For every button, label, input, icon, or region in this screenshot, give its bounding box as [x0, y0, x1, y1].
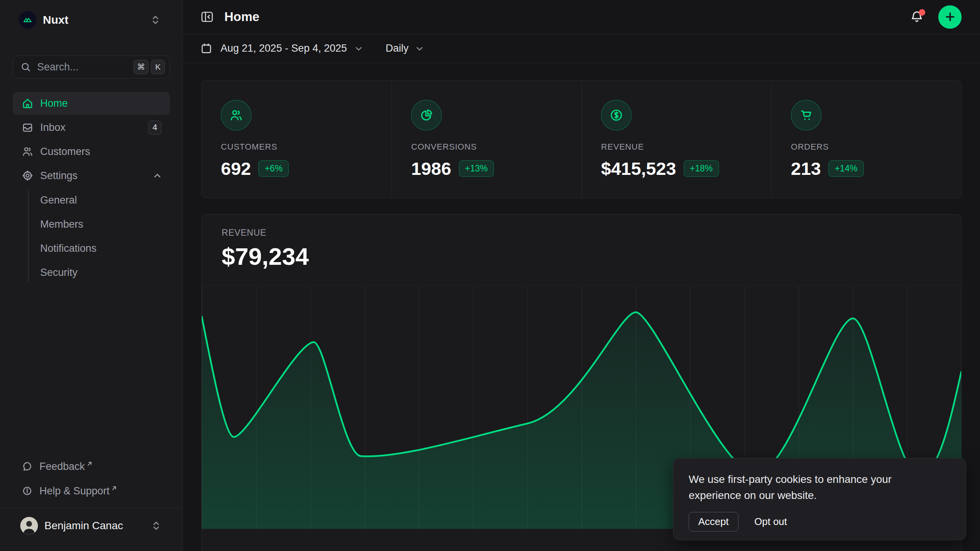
user-menu[interactable]: Benjamin Canac — [13, 514, 170, 538]
stat-label: ORDERS — [791, 142, 946, 152]
cookie-consent-banner: We use first-party cookies to enhance yo… — [673, 458, 966, 540]
sidebar-item-label: Settings — [40, 170, 78, 182]
revenue-chart-value: $79,234 — [222, 243, 961, 270]
sidebar-item-label: Members — [40, 218, 83, 230]
sidebar: Nuxt Search... ⌘ K — [0, 0, 183, 551]
notifications-button[interactable] — [910, 10, 924, 24]
search-icon — [20, 61, 31, 73]
user-chevrons-icon — [151, 520, 162, 532]
external-link-icon — [87, 461, 93, 467]
stat-conversions[interactable]: CONVERSIONS 1986 +13% — [392, 81, 581, 198]
chevron-up-icon — [152, 171, 162, 181]
sidebar-item-label: Security — [40, 267, 78, 279]
sidebar-item-customers[interactable]: Customers — [13, 140, 170, 163]
sidebar-nav: Home Inbox 4 — [13, 92, 170, 285]
sidebar-item-notifications[interactable]: Notifications — [40, 236, 170, 261]
stat-customers[interactable]: CUSTOMERS 692 +6% — [202, 81, 392, 198]
cookie-message: We use first-party cookies to enhance yo… — [689, 471, 926, 504]
sidebar-item-general[interactable]: General — [40, 188, 170, 212]
chevron-down-icon — [415, 44, 425, 54]
stat-delta-badge: +14% — [828, 160, 863, 177]
stat-delta-badge: +13% — [459, 160, 494, 177]
stat-revenue[interactable]: REVENUE $415,523 +18% — [581, 81, 771, 198]
home-icon — [21, 97, 34, 109]
plus-icon — [944, 11, 956, 23]
customers-icon — [21, 145, 34, 158]
sidebar-item-label: Notifications — [40, 243, 96, 254]
sidebar-item-label: Customers — [40, 146, 90, 158]
sidebar-footer: Feedback Help & Support — [13, 454, 170, 551]
users-icon — [221, 100, 252, 130]
collapse-sidebar-icon[interactable] — [200, 10, 214, 24]
footer-link-label: Help & Support — [39, 485, 109, 497]
sidebar-item-label: Inbox — [40, 122, 65, 134]
stat-value: 1986 — [411, 158, 451, 179]
stat-delta-badge: +6% — [258, 160, 289, 177]
info-circle-icon — [21, 485, 33, 497]
stat-label: CUSTOMERS — [221, 142, 376, 152]
page-header: Home — [183, 0, 980, 34]
sidebar-item-settings[interactable]: Settings — [13, 164, 170, 187]
pie-chart-icon — [411, 100, 442, 130]
sidebar-item-label: Home — [40, 98, 68, 109]
search-placeholder: Search... — [37, 61, 131, 73]
add-button[interactable] — [938, 5, 962, 29]
revenue-chart-label: REVENUE — [222, 228, 961, 238]
gear-icon — [21, 170, 34, 182]
kbd-k: K — [151, 60, 165, 74]
kbd-cmd: ⌘ — [134, 60, 149, 74]
user-strip: Benjamin Canac — [0, 508, 183, 544]
date-range-value: Aug 21, 2025 - Sep 4, 2025 — [220, 42, 347, 54]
brand-name: Nuxt — [43, 13, 69, 26]
cart-icon — [791, 100, 822, 130]
user-name: Benjamin Canac — [44, 520, 123, 532]
filter-toolbar: Aug 21, 2025 - Sep 4, 2025 Daily — [183, 34, 980, 63]
dollar-circle-icon — [601, 100, 632, 130]
sidebar-item-inbox[interactable]: Inbox 4 — [13, 116, 170, 139]
sidebar-item-label: General — [40, 194, 77, 206]
chevron-down-icon — [354, 44, 364, 54]
inbox-count-badge: 4 — [148, 121, 162, 135]
stat-orders[interactable]: ORDERS 213 +14% — [771, 81, 961, 198]
help-support-link[interactable]: Help & Support — [13, 479, 170, 503]
feedback-link[interactable]: Feedback — [13, 454, 170, 479]
notification-dot — [919, 9, 925, 16]
settings-submenu: General Members Notifications Security — [13, 188, 170, 285]
date-range-picker[interactable]: Aug 21, 2025 - Sep 4, 2025 — [200, 42, 364, 55]
footer-link-label: Feedback — [39, 461, 85, 473]
optout-cookies-button[interactable]: Opt out — [755, 516, 787, 528]
avatar — [20, 517, 38, 535]
accept-cookies-button[interactable]: Accept — [689, 512, 738, 531]
stat-value: 213 — [791, 158, 821, 179]
sidebar-item-home[interactable]: Home — [13, 92, 170, 115]
nuxt-logo-icon — [19, 11, 36, 29]
search-input[interactable]: Search... ⌘ K — [13, 55, 170, 78]
inbox-icon — [21, 121, 34, 134]
page-title: Home — [224, 10, 260, 24]
calendar-icon — [200, 42, 212, 55]
sidebar-item-security[interactable]: Security — [40, 261, 170, 285]
workspace-switcher[interactable]: Nuxt — [13, 8, 170, 31]
sidebar-item-members[interactable]: Members — [40, 212, 170, 236]
stat-label: CONVERSIONS — [411, 142, 566, 152]
stat-value: 692 — [221, 158, 251, 179]
workspace-chevrons-icon[interactable] — [150, 14, 161, 26]
stats-card: CUSTOMERS 692 +6% CONVERSIONS — [201, 80, 962, 198]
external-link-icon — [111, 485, 117, 491]
granularity-value: Daily — [385, 42, 408, 54]
chat-bubble-icon — [21, 461, 33, 472]
stat-label: REVENUE — [601, 142, 756, 152]
stat-value: $415,523 — [601, 158, 676, 179]
app-root: Nuxt Search... ⌘ K — [0, 0, 980, 551]
granularity-select[interactable]: Daily — [385, 42, 425, 54]
stat-delta-badge: +18% — [684, 160, 719, 177]
